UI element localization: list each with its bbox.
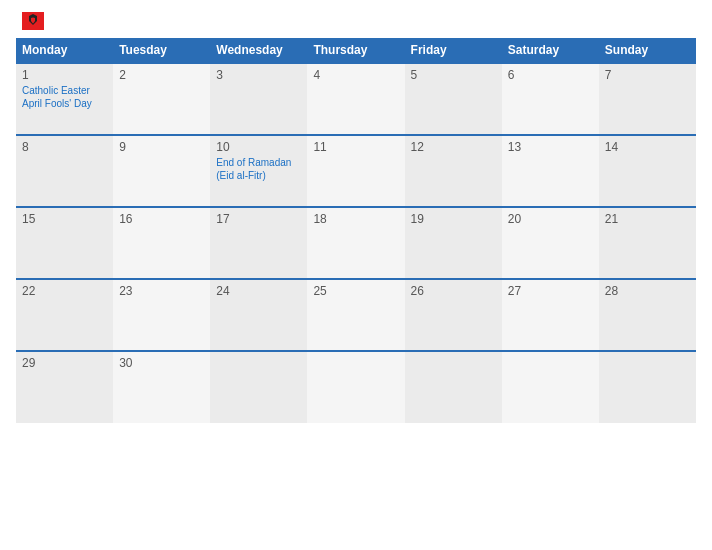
calendar-day-cell: 13 xyxy=(502,135,599,207)
calendar-day-cell: 27 xyxy=(502,279,599,351)
day-number: 26 xyxy=(411,284,496,298)
day-number: 10 xyxy=(216,140,301,154)
day-number: 20 xyxy=(508,212,593,226)
day-number: 9 xyxy=(119,140,204,154)
calendar-day-cell: 29 xyxy=(16,351,113,423)
calendar-day-cell: 28 xyxy=(599,279,696,351)
weekday-row: MondayTuesdayWednesdayThursdayFridaySatu… xyxy=(16,38,696,63)
weekday-header-friday: Friday xyxy=(405,38,502,63)
calendar-day-cell: 6 xyxy=(502,63,599,135)
calendar-day-cell: 1Catholic EasterApril Fools' Day xyxy=(16,63,113,135)
calendar-body: 1Catholic EasterApril Fools' Day23456789… xyxy=(16,63,696,423)
albania-flag-icon xyxy=(22,12,44,30)
day-number: 19 xyxy=(411,212,496,226)
calendar-day-cell: 5 xyxy=(405,63,502,135)
day-number: 21 xyxy=(605,212,690,226)
day-number: 18 xyxy=(313,212,398,226)
calendar-day-cell: 30 xyxy=(113,351,210,423)
calendar-day-cell: 25 xyxy=(307,279,404,351)
calendar-week-row: 8910End of Ramadan(Eid al-Fitr)11121314 xyxy=(16,135,696,207)
calendar-day-cell: 9 xyxy=(113,135,210,207)
calendar-day-cell xyxy=(599,351,696,423)
day-number: 2 xyxy=(119,68,204,82)
calendar-day-cell: 26 xyxy=(405,279,502,351)
day-number: 23 xyxy=(119,284,204,298)
calendar-day-cell xyxy=(307,351,404,423)
day-number: 8 xyxy=(22,140,107,154)
day-number: 3 xyxy=(216,68,301,82)
calendar-day-cell: 15 xyxy=(16,207,113,279)
calendar-day-cell: 16 xyxy=(113,207,210,279)
weekday-header-sunday: Sunday xyxy=(599,38,696,63)
weekday-header-wednesday: Wednesday xyxy=(210,38,307,63)
weekday-header-monday: Monday xyxy=(16,38,113,63)
day-number: 17 xyxy=(216,212,301,226)
day-number: 25 xyxy=(313,284,398,298)
calendar-week-row: 2930 xyxy=(16,351,696,423)
calendar-day-cell: 8 xyxy=(16,135,113,207)
calendar-day-cell: 10End of Ramadan(Eid al-Fitr) xyxy=(210,135,307,207)
calendar-day-cell: 17 xyxy=(210,207,307,279)
day-number: 29 xyxy=(22,356,107,370)
day-number: 12 xyxy=(411,140,496,154)
day-number: 5 xyxy=(411,68,496,82)
day-number: 14 xyxy=(605,140,690,154)
calendar-event: Catholic Easter xyxy=(22,84,107,97)
calendar-day-cell: 2 xyxy=(113,63,210,135)
day-number: 24 xyxy=(216,284,301,298)
calendar-day-cell: 20 xyxy=(502,207,599,279)
calendar-day-cell: 12 xyxy=(405,135,502,207)
day-number: 30 xyxy=(119,356,204,370)
calendar-day-cell: 18 xyxy=(307,207,404,279)
day-number: 28 xyxy=(605,284,690,298)
weekday-header-tuesday: Tuesday xyxy=(113,38,210,63)
weekday-header-saturday: Saturday xyxy=(502,38,599,63)
calendar-week-row: 15161718192021 xyxy=(16,207,696,279)
calendar-day-cell: 14 xyxy=(599,135,696,207)
calendar-day-cell: 24 xyxy=(210,279,307,351)
calendar-day-cell: 4 xyxy=(307,63,404,135)
day-number: 11 xyxy=(313,140,398,154)
calendar-day-cell xyxy=(405,351,502,423)
calendar-day-cell: 23 xyxy=(113,279,210,351)
calendar-day-cell: 3 xyxy=(210,63,307,135)
calendar-day-cell: 21 xyxy=(599,207,696,279)
logo xyxy=(16,12,44,30)
calendar-day-cell: 22 xyxy=(16,279,113,351)
day-number: 13 xyxy=(508,140,593,154)
calendar-day-cell xyxy=(210,351,307,423)
day-number: 27 xyxy=(508,284,593,298)
day-number: 1 xyxy=(22,68,107,82)
calendar-table: MondayTuesdayWednesdayThursdayFridaySatu… xyxy=(16,38,696,423)
calendar-day-cell: 7 xyxy=(599,63,696,135)
day-number: 4 xyxy=(313,68,398,82)
day-number: 22 xyxy=(22,284,107,298)
calendar-event: April Fools' Day xyxy=(22,97,107,110)
day-number: 6 xyxy=(508,68,593,82)
page-header xyxy=(16,12,696,30)
calendar-day-cell: 11 xyxy=(307,135,404,207)
calendar-day-cell xyxy=(502,351,599,423)
day-number: 15 xyxy=(22,212,107,226)
calendar-day-cell: 19 xyxy=(405,207,502,279)
calendar-header: MondayTuesdayWednesdayThursdayFridaySatu… xyxy=(16,38,696,63)
day-number: 16 xyxy=(119,212,204,226)
calendar-week-row: 22232425262728 xyxy=(16,279,696,351)
calendar-page: MondayTuesdayWednesdayThursdayFridaySatu… xyxy=(0,0,712,550)
calendar-event: (Eid al-Fitr) xyxy=(216,169,301,182)
day-number: 7 xyxy=(605,68,690,82)
calendar-event: End of Ramadan xyxy=(216,156,301,169)
weekday-header-thursday: Thursday xyxy=(307,38,404,63)
calendar-week-row: 1Catholic EasterApril Fools' Day234567 xyxy=(16,63,696,135)
